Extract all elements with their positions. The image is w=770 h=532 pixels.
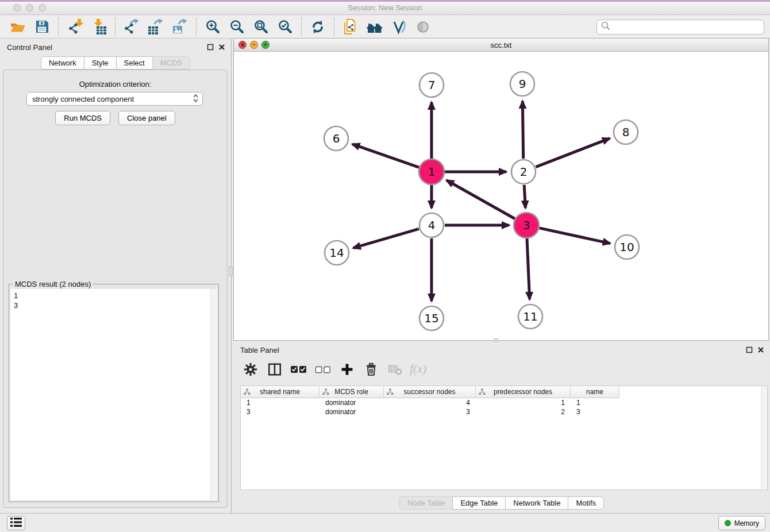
- network-file-button[interactable]: [338, 17, 363, 37]
- gear-button[interactable]: [240, 360, 261, 380]
- table-cell[interactable]: 3: [571, 407, 619, 417]
- graph-node-2[interactable]: 2: [511, 160, 536, 184]
- import-network-button[interactable]: [63, 17, 87, 37]
- float-icon[interactable]: [207, 44, 214, 52]
- columns-button[interactable]: [264, 360, 285, 380]
- import-table-button[interactable]: [87, 17, 111, 37]
- deselect-all-button[interactable]: [313, 360, 333, 380]
- control-panel-title: Control Panel: [7, 43, 52, 52]
- main-toolbar: [0, 16, 770, 38]
- columns-icon: [267, 362, 282, 379]
- zoom-fit-button[interactable]: [249, 17, 273, 37]
- network-graph[interactable]: 1234678910111415: [234, 52, 768, 341]
- table-cell[interactable]: dominator: [319, 407, 384, 417]
- export-table-button[interactable]: [144, 17, 168, 37]
- search-input[interactable]: [611, 22, 760, 31]
- column-header-shared-name[interactable]: shared name: [241, 386, 319, 398]
- style-preview-button[interactable]: [387, 17, 411, 37]
- close-panel-button[interactable]: Close panel: [118, 111, 175, 125]
- edge-2-8[interactable]: [536, 138, 610, 167]
- tab-edge-table[interactable]: Edge Table: [452, 496, 506, 510]
- edge-3-1[interactable]: [446, 180, 515, 219]
- home-button[interactable]: [363, 17, 387, 37]
- table-scrollbar[interactable]: [761, 386, 767, 489]
- table-cell[interactable]: 1: [241, 398, 319, 407]
- network-frame-titlebar[interactable]: x – + scc.txt: [234, 38, 768, 52]
- tab-style[interactable]: Style: [84, 56, 117, 70]
- tab-network[interactable]: Network: [41, 56, 84, 70]
- run-mcds-button[interactable]: Run MCDS: [55, 111, 110, 125]
- memory-button[interactable]: Memory: [718, 516, 765, 530]
- network-frame-title: scc.txt: [234, 41, 768, 49]
- network-canvas[interactable]: 1234678910111415: [234, 52, 768, 340]
- optimization-criterion-select[interactable]: strongly connected component: [26, 92, 203, 106]
- svg-text:3: 3: [523, 218, 530, 232]
- tab-select[interactable]: Select: [116, 56, 153, 70]
- svg-text:1: 1: [428, 165, 436, 179]
- table-cell[interactable]: 1: [476, 398, 571, 407]
- panel-list-button[interactable]: [7, 516, 25, 530]
- refresh-button[interactable]: [306, 17, 330, 37]
- eye-button[interactable]: [411, 17, 435, 37]
- status-bar: Memory: [0, 513, 770, 532]
- float-icon[interactable]: [746, 346, 753, 355]
- table-row[interactable]: 1dominator411: [241, 398, 767, 407]
- column-header-successor-nodes[interactable]: successor nodes: [384, 386, 476, 398]
- mcds-result-area[interactable]: 13: [10, 289, 217, 500]
- graph-node-1[interactable]: 1: [419, 159, 444, 184]
- graph-node-6[interactable]: 6: [324, 126, 348, 151]
- table-row[interactable]: 3dominator323: [241, 407, 767, 417]
- graph-node-15[interactable]: 15: [419, 306, 444, 330]
- graph-node-10[interactable]: 10: [615, 235, 639, 259]
- table-cell[interactable]: 3: [384, 407, 476, 417]
- function-icon: f(x): [409, 362, 430, 379]
- graph-node-11[interactable]: 11: [518, 304, 542, 329]
- close-icon[interactable]: [218, 44, 225, 52]
- graph-node-8[interactable]: 8: [614, 120, 638, 144]
- edge-2-9[interactable]: [522, 101, 523, 159]
- deselect-all-icon: [315, 364, 331, 376]
- table-cell[interactable]: dominator: [319, 398, 384, 407]
- result-scrollbar[interactable]: [210, 289, 217, 500]
- column-header-name[interactable]: name: [571, 386, 619, 398]
- tab-motifs[interactable]: Motifs: [568, 496, 604, 510]
- zoom-in-button[interactable]: [201, 17, 225, 37]
- graph-node-3[interactable]: 3: [514, 213, 539, 238]
- graph-node-7[interactable]: 7: [419, 73, 444, 97]
- node-table[interactable]: shared nameMCDS rolesuccessor nodesprede…: [240, 385, 768, 490]
- trash-button[interactable]: [361, 360, 382, 380]
- import-network-icon: [66, 18, 83, 36]
- home-icon: [366, 20, 383, 34]
- add-button[interactable]: [337, 360, 357, 380]
- table-cell[interactable]: 4: [384, 398, 476, 407]
- edge-4-14[interactable]: [353, 229, 419, 248]
- export-network-button[interactable]: [120, 17, 144, 37]
- splitter-handle[interactable]: [229, 267, 233, 276]
- export-image-button[interactable]: [168, 17, 192, 37]
- table-cell[interactable]: 3: [241, 407, 319, 417]
- open-session-button[interactable]: [6, 17, 30, 37]
- edge-3-11[interactable]: [527, 238, 530, 299]
- save-session-button[interactable]: [30, 17, 54, 37]
- tab-mcds[interactable]: MCDS: [152, 56, 190, 70]
- zoom-selected-button[interactable]: [273, 17, 297, 37]
- select-all-button[interactable]: [288, 360, 309, 380]
- tab-node-table[interactable]: Node Table: [399, 496, 453, 510]
- search-field[interactable]: [596, 20, 764, 34]
- column-header-predecessor-nodes[interactable]: predecessor nodes: [476, 386, 571, 398]
- function-button: f(x): [409, 360, 430, 380]
- list-icon: [10, 517, 22, 529]
- edge-3-10[interactable]: [539, 228, 610, 244]
- graph-node-4[interactable]: 4: [419, 213, 444, 237]
- graph-node-14[interactable]: 14: [325, 241, 349, 265]
- column-header-MCDS-role[interactable]: MCDS role: [319, 386, 384, 398]
- edge-1-6[interactable]: [352, 144, 419, 168]
- graph-node-9[interactable]: 9: [510, 72, 534, 96]
- close-icon[interactable]: [757, 346, 764, 355]
- table-cell[interactable]: 2: [476, 407, 571, 417]
- gear-icon: [243, 362, 258, 379]
- tab-network-table[interactable]: Network Table: [505, 496, 568, 510]
- zoom-out-button[interactable]: [225, 17, 249, 37]
- table-cell[interactable]: 1: [571, 398, 619, 407]
- edge-2-3[interactable]: [524, 185, 525, 208]
